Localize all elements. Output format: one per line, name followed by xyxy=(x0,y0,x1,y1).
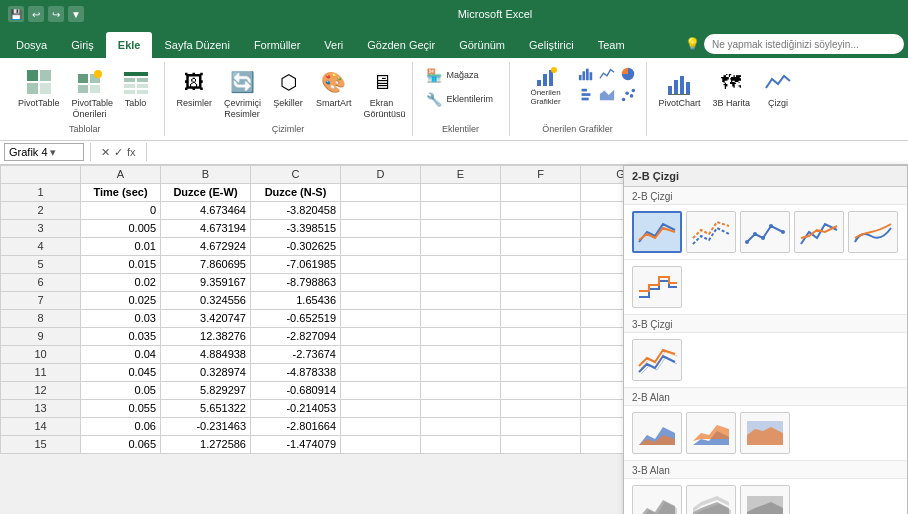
cell-d10[interactable] xyxy=(341,345,421,363)
cell-c1[interactable]: Duzce (N-S) xyxy=(251,183,341,201)
resimler-button[interactable]: 🖼 Resimler xyxy=(173,64,217,111)
chart-area-stacked[interactable] xyxy=(686,412,736,454)
col-header-b[interactable]: B xyxy=(161,165,251,183)
chart-line-3d[interactable] xyxy=(632,339,682,381)
cell-f9[interactable] xyxy=(501,327,581,345)
onerilen-grafikler-button[interactable]: Önerilen Grafikler xyxy=(518,64,574,108)
sekiller-button[interactable]: ⬡ Şekiller xyxy=(268,64,308,111)
cell-a3[interactable]: 0.005 xyxy=(81,219,161,237)
cell-e2[interactable] xyxy=(421,201,501,219)
map3d-button[interactable]: 🗺 3B Harita xyxy=(709,64,755,111)
cell-e4[interactable] xyxy=(421,237,501,255)
chart-area-3d-100[interactable] xyxy=(740,485,790,514)
cell-b10[interactable]: 4.884938 xyxy=(161,345,251,363)
chart-scatter-button[interactable] xyxy=(618,85,638,105)
row-header[interactable]: 2 xyxy=(1,201,81,219)
ekran-button[interactable]: 🖥 Ekran Görüntüsü xyxy=(360,64,404,122)
cell-d12[interactable] xyxy=(341,381,421,399)
cell-c13[interactable]: -0.214053 xyxy=(251,399,341,417)
cell-a15[interactable]: 0.065 xyxy=(81,435,161,453)
cell-e13[interactable] xyxy=(421,399,501,417)
chart-area-simple[interactable] xyxy=(632,412,682,454)
cell-d15[interactable] xyxy=(341,435,421,453)
cell-d11[interactable] xyxy=(341,363,421,381)
cell-d4[interactable] xyxy=(341,237,421,255)
cell-b14[interactable]: -0.231463 xyxy=(161,417,251,435)
cell-c2[interactable]: -3.820458 xyxy=(251,201,341,219)
chart-area-3d-stacked[interactable] xyxy=(686,485,736,514)
cell-f6[interactable] xyxy=(501,273,581,291)
insert-function-icon[interactable]: fx xyxy=(127,146,136,158)
tab-gelistirici[interactable]: Geliştirici xyxy=(517,32,586,58)
chart-line-smooth[interactable] xyxy=(848,211,898,253)
cell-d9[interactable] xyxy=(341,327,421,345)
tab-giris[interactable]: Giriş xyxy=(59,32,106,58)
row-header[interactable]: 15 xyxy=(1,435,81,453)
cell-e1[interactable] xyxy=(421,183,501,201)
row-header[interactable]: 9 xyxy=(1,327,81,345)
cell-f15[interactable] xyxy=(501,435,581,453)
cell-e14[interactable] xyxy=(421,417,501,435)
cell-a12[interactable]: 0.05 xyxy=(81,381,161,399)
cell-d1[interactable] xyxy=(341,183,421,201)
row-header[interactable]: 5 xyxy=(1,255,81,273)
pivottable-button[interactable]: PivotTable xyxy=(14,64,64,111)
tab-ekle[interactable]: Ekle xyxy=(106,32,153,58)
cell-f7[interactable] xyxy=(501,291,581,309)
cell-c5[interactable]: -7.061985 xyxy=(251,255,341,273)
tab-formuller[interactable]: Formüller xyxy=(242,32,312,58)
cell-a10[interactable]: 0.04 xyxy=(81,345,161,363)
chart-pie-button[interactable] xyxy=(618,64,638,84)
cell-a4[interactable]: 0.01 xyxy=(81,237,161,255)
cell-d2[interactable] xyxy=(341,201,421,219)
cell-c12[interactable]: -0.680914 xyxy=(251,381,341,399)
save-icon[interactable]: 💾 xyxy=(8,6,24,22)
cell-f14[interactable] xyxy=(501,417,581,435)
chart-bar-button[interactable] xyxy=(576,85,596,105)
cell-a6[interactable]: 0.02 xyxy=(81,273,161,291)
cell-c4[interactable]: -0.302625 xyxy=(251,237,341,255)
cell-f4[interactable] xyxy=(501,237,581,255)
cell-d13[interactable] xyxy=(341,399,421,417)
cell-a7[interactable]: 0.025 xyxy=(81,291,161,309)
row-header[interactable]: 14 xyxy=(1,417,81,435)
undo-icon[interactable]: ↩ xyxy=(28,6,44,22)
search-input[interactable] xyxy=(704,34,904,54)
cell-e15[interactable] xyxy=(421,435,501,453)
cell-b3[interactable]: 4.673194 xyxy=(161,219,251,237)
cell-d14[interactable] xyxy=(341,417,421,435)
tab-team[interactable]: Team xyxy=(586,32,637,58)
cell-d6[interactable] xyxy=(341,273,421,291)
cell-a9[interactable]: 0.035 xyxy=(81,327,161,345)
cell-b7[interactable]: 0.324556 xyxy=(161,291,251,309)
row-header[interactable]: 12 xyxy=(1,381,81,399)
cell-b13[interactable]: 5.651322 xyxy=(161,399,251,417)
col-header-d[interactable]: D xyxy=(341,165,421,183)
cell-c6[interactable]: -8.798863 xyxy=(251,273,341,291)
tab-gorunum[interactable]: Görünüm xyxy=(447,32,517,58)
chart-area-button[interactable] xyxy=(597,85,617,105)
col-header-f[interactable]: F xyxy=(501,165,581,183)
cell-e11[interactable] xyxy=(421,363,501,381)
chart-line-100[interactable] xyxy=(740,211,790,253)
col-header-a[interactable]: A xyxy=(81,165,161,183)
cell-a13[interactable]: 0.055 xyxy=(81,399,161,417)
cell-f8[interactable] xyxy=(501,309,581,327)
cell-b15[interactable]: 1.272586 xyxy=(161,435,251,453)
chart-area-3d-simple[interactable] xyxy=(632,485,682,514)
cell-a11[interactable]: 0.045 xyxy=(81,363,161,381)
cizgi-button[interactable]: Çizgi xyxy=(758,64,798,111)
cell-e5[interactable] xyxy=(421,255,501,273)
smartart-button[interactable]: 🎨 SmartArt xyxy=(312,64,356,111)
chart-line-button[interactable] xyxy=(597,64,617,84)
cell-b2[interactable]: 4.673464 xyxy=(161,201,251,219)
col-header-c[interactable]: C xyxy=(251,165,341,183)
cell-a5[interactable]: 0.015 xyxy=(81,255,161,273)
cell-c10[interactable]: -2.73674 xyxy=(251,345,341,363)
cell-f1[interactable] xyxy=(501,183,581,201)
cell-c15[interactable]: -1.474079 xyxy=(251,435,341,453)
cell-a8[interactable]: 0.03 xyxy=(81,309,161,327)
pivotchart-button[interactable]: PivotChart xyxy=(655,64,705,111)
cell-e7[interactable] xyxy=(421,291,501,309)
chart-area-100[interactable] xyxy=(740,412,790,454)
